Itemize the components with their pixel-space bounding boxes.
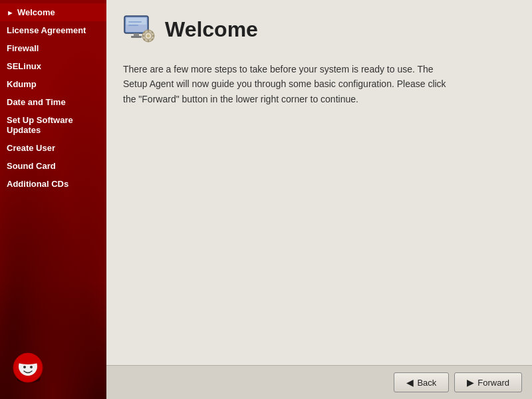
- button-bar: ◀ Back ▶ Forward: [106, 365, 532, 399]
- forward-icon: ▶: [467, 377, 474, 388]
- content-area: Welcome There are a few more steps to ta…: [106, 0, 532, 399]
- sidebar-item-label: Firewall: [7, 43, 39, 53]
- redhat-logo: [10, 350, 47, 389]
- sidebar-item-label: Create User: [7, 143, 55, 153]
- svg-point-8: [30, 366, 33, 368]
- svg-rect-15: [128, 25, 138, 26]
- sidebar-item-welcome[interactable]: ► Welcome: [0, 3, 106, 21]
- sidebar-item-label: Sound Card: [7, 161, 56, 171]
- sidebar-nav: ► Welcome License Agreement Firewall SEL…: [0, 0, 106, 399]
- sidebar-item-selinux[interactable]: SELinux: [0, 57, 106, 75]
- svg-point-7: [23, 366, 26, 368]
- forward-label: Forward: [477, 378, 509, 388]
- svg-rect-13: [131, 36, 142, 38]
- sidebar-item-set-up-software-updates[interactable]: Set Up Software Updates: [0, 111, 106, 139]
- sidebar-item-kdump[interactable]: Kdump: [0, 75, 106, 93]
- svg-rect-22: [152, 35, 154, 37]
- sidebar-item-create-user[interactable]: Create User: [0, 139, 106, 157]
- svg-point-18: [147, 35, 150, 38]
- sidebar-item-additional-cds[interactable]: Additional CDs: [0, 175, 106, 193]
- back-icon: ◀: [406, 377, 414, 388]
- sidebar-item-label: Set Up Software Updates: [7, 115, 100, 135]
- sidebar-item-label: Welcome: [17, 7, 55, 17]
- svg-rect-21: [142, 35, 144, 37]
- active-arrow-icon: ►: [7, 9, 14, 17]
- sidebar-item-label: License Agreement: [7, 25, 86, 35]
- sidebar-item-license-agreement[interactable]: License Agreement: [0, 21, 106, 39]
- svg-rect-6: [21, 356, 35, 361]
- sidebar-item-label: Kdump: [7, 79, 37, 89]
- sidebar-item-label: Date and Time: [7, 97, 66, 107]
- svg-rect-19: [148, 30, 149, 32]
- svg-rect-14: [128, 21, 142, 23]
- page-description: There are a few more steps to take befor…: [123, 62, 456, 106]
- page-header: Welcome: [123, 13, 515, 45]
- sidebar-item-label: Additional CDs: [7, 179, 68, 189]
- welcome-icon: [123, 13, 155, 45]
- sidebar-item-sound-card[interactable]: Sound Card: [0, 157, 106, 175]
- page-title: Welcome: [165, 17, 258, 42]
- back-label: Back: [417, 378, 436, 388]
- main-container: ► Welcome License Agreement Firewall SEL…: [0, 0, 532, 399]
- sidebar-item-date-and-time[interactable]: Date and Time: [0, 93, 106, 111]
- content-main: Welcome There are a few more steps to ta…: [106, 0, 532, 365]
- svg-rect-20: [148, 40, 149, 42]
- forward-button[interactable]: ▶ Forward: [454, 372, 522, 392]
- sidebar: ► Welcome License Agreement Firewall SEL…: [0, 0, 106, 399]
- sidebar-item-firewall[interactable]: Firewall: [0, 39, 106, 57]
- sidebar-item-label: SELinux: [7, 61, 41, 71]
- back-button[interactable]: ◀ Back: [394, 372, 449, 392]
